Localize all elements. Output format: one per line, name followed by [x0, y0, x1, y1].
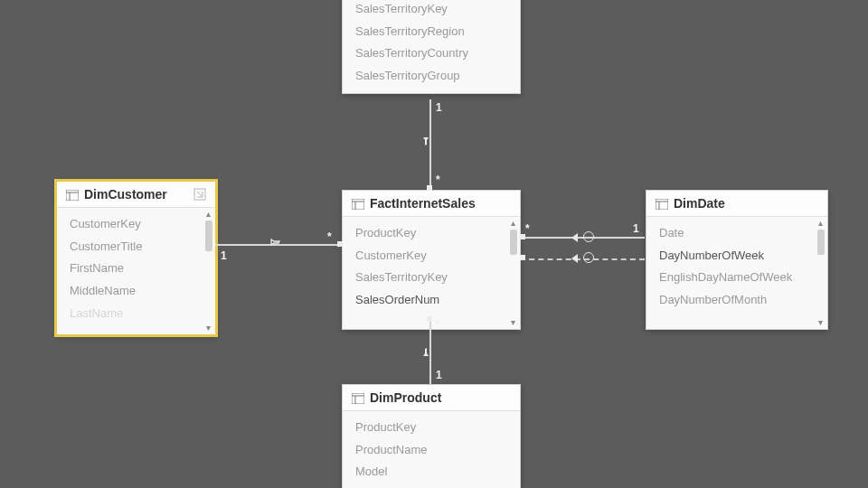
table-card-dimdate[interactable]: DimDate Date DayNumberOfWeek EnglishDayN… [646, 190, 828, 330]
field[interactable]: SalesTerritoryKey [355, 267, 516, 289]
table-title: FactInternetSales [370, 196, 476, 211]
field[interactable]: SalesOrderNum [355, 289, 516, 312]
table-title: DimProduct [370, 390, 441, 405]
field[interactable]: SalesTerritoryRegion [355, 21, 516, 43]
field[interactable]: FirstName [70, 258, 212, 280]
field[interactable]: Model [355, 461, 516, 483]
filter-direction-icon [419, 343, 433, 358]
field-list-dimdate: Date DayNumberOfWeek EnglishDayNameOfWee… [646, 217, 827, 329]
table-icon [66, 189, 79, 200]
field[interactable]: EnglishDayNameOfWeek [659, 267, 824, 289]
field[interactable]: LastName [70, 303, 212, 325]
scroll-up-icon[interactable]: ▴ [203, 210, 212, 219]
table-card-dimproduct[interactable]: DimProduct ProductKey ProductName Model [342, 384, 521, 488]
table-card-territory[interactable]: SalesTerritoryKey SalesTerritoryRegion S… [342, 0, 521, 94]
svg-rect-7 [352, 199, 364, 210]
table-card-factinternetsales[interactable]: FactInternetSales ProductKey CustomerKey… [342, 190, 521, 330]
table-title: DimDate [674, 196, 725, 211]
table-card-dimcustomer[interactable]: DimCustomer CustomerKey CustomerTitle Fi… [56, 181, 216, 335]
field-list-territory: SalesTerritoryKey SalesTerritoryRegion S… [343, 0, 520, 93]
relationship-fact-date-active[interactable] [520, 237, 645, 239]
field[interactable]: CustomerKey [70, 213, 212, 236]
scroll-thumb[interactable] [205, 221, 212, 251]
field[interactable]: ProductKey [355, 222, 516, 245]
table-icon [352, 392, 364, 403]
table-header-dimproduct[interactable]: DimProduct [343, 385, 520, 411]
field-list-dimcustomer: CustomerKey CustomerTitle FirstName Midd… [57, 208, 215, 334]
relationship-fact-date-inactive[interactable] [520, 258, 645, 260]
scroll-up-icon[interactable]: ▴ [816, 219, 825, 228]
field[interactable]: DayNumberOfMonth [659, 289, 824, 312]
scroll-down-icon[interactable]: ▾ [816, 318, 825, 327]
cardinality-many: * [436, 318, 440, 331]
table-icon [352, 198, 364, 209]
scroll-up-icon[interactable]: ▴ [508, 219, 517, 228]
filter-direction-icon [419, 136, 433, 150]
table-icon [656, 198, 668, 209]
cardinality-many: * [327, 230, 332, 243]
field[interactable]: SalesTerritoryCountry [355, 42, 516, 65]
relationship-node-icon [583, 231, 594, 242]
cardinality-one: 1 [436, 101, 442, 114]
relationship-end-icon [427, 185, 432, 191]
svg-line-4 [197, 192, 203, 197]
svg-rect-13 [352, 393, 364, 404]
scroll-thumb[interactable] [817, 230, 825, 255]
relationship-end-icon [520, 255, 525, 260]
field[interactable]: DayNumberOfWeek [659, 245, 824, 267]
svg-rect-10 [656, 199, 668, 210]
svg-rect-0 [66, 190, 79, 201]
scroll-down-icon[interactable]: ▾ [508, 318, 517, 327]
relationship-node-icon [583, 252, 594, 263]
field[interactable]: CustomerKey [355, 245, 516, 267]
field[interactable]: SalesTerritoryKey [355, 0, 516, 21]
relationship-end-icon [520, 234, 525, 239]
table-header-dimdate[interactable]: DimDate [646, 191, 827, 217]
filter-arrow-icon [571, 233, 578, 242]
field[interactable]: Date [659, 222, 824, 245]
cardinality-one: 1 [221, 249, 227, 262]
cardinality-one: 1 [633, 222, 639, 235]
relationship-end-icon [427, 316, 432, 322]
field[interactable]: SalesTerritoryGroup [355, 65, 516, 88]
field[interactable]: CustomerTitle [70, 236, 212, 258]
relationship-end-icon [337, 241, 343, 247]
field-list-dimproduct: ProductKey ProductName Model [343, 411, 520, 488]
cardinality-one: 1 [436, 369, 442, 381]
scroll-down-icon[interactable]: ▾ [203, 324, 212, 333]
cardinality-many: * [525, 222, 530, 235]
table-title: DimCustomer [84, 187, 167, 202]
expand-icon[interactable] [193, 188, 206, 201]
table-header-factinternetsales[interactable]: FactInternetSales [343, 191, 520, 217]
scroll-thumb[interactable] [510, 230, 517, 255]
table-header-dimcustomer[interactable]: DimCustomer [57, 182, 215, 208]
model-canvas[interactable]: SalesTerritoryKey SalesTerritoryRegion S… [0, 0, 868, 488]
field-list-factinternetsales: ProductKey CustomerKey SalesTerritoryKey… [343, 217, 520, 329]
filter-arrow-icon [571, 254, 578, 263]
filter-direction-icon [269, 235, 284, 249]
field[interactable]: MiddleName [70, 280, 212, 303]
field[interactable]: ProductKey [355, 417, 516, 439]
cardinality-many: * [436, 174, 440, 186]
field[interactable]: ProductName [355, 439, 516, 462]
